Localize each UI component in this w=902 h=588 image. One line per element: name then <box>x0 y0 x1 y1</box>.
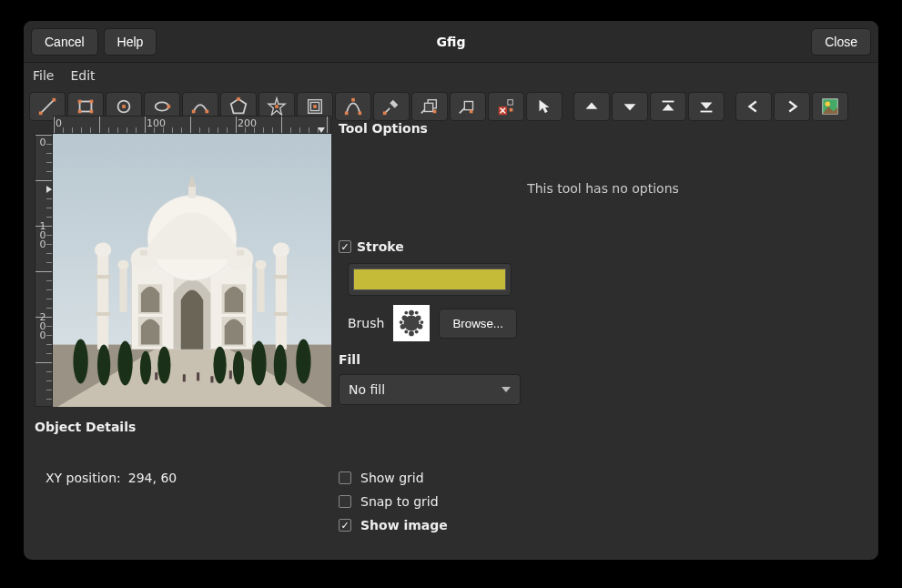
close-button[interactable]: Close <box>811 28 871 56</box>
help-button[interactable]: Help <box>104 28 157 56</box>
svg-rect-24 <box>383 112 387 116</box>
svg-point-88 <box>410 331 415 337</box>
chevron-down-icon <box>502 387 511 392</box>
svg-point-56 <box>95 242 111 257</box>
svg-rect-11 <box>167 105 171 108</box>
svg-rect-15 <box>237 97 240 101</box>
xy-label: XY position: <box>46 471 121 485</box>
svg-rect-28 <box>464 102 472 110</box>
svg-rect-34 <box>701 111 713 113</box>
svg-rect-2 <box>53 98 56 102</box>
ruler-vertical: 01 0 02 0 0 <box>35 134 53 407</box>
svg-point-72 <box>213 347 226 384</box>
svg-point-93 <box>405 311 409 315</box>
svg-marker-14 <box>231 99 247 114</box>
svg-point-64 <box>117 260 128 269</box>
show-grid-label: Show grid <box>360 471 424 485</box>
content-area: 0100200 01 0 02 0 0 <box>24 116 878 560</box>
svg-point-10 <box>156 102 169 110</box>
xy-value: 294, 60 <box>128 471 177 485</box>
svg-point-74 <box>251 341 266 386</box>
svg-point-84 <box>416 315 421 320</box>
snap-grid-label: Snap to grid <box>360 494 439 509</box>
svg-rect-1 <box>39 112 43 116</box>
brush-preview[interactable] <box>393 305 430 341</box>
svg-rect-17 <box>275 105 279 108</box>
svg-point-76 <box>296 339 310 383</box>
show-image-label: Show image <box>360 518 448 532</box>
svg-point-85 <box>400 324 406 329</box>
stroke-label: Stroke <box>357 239 404 254</box>
svg-rect-57 <box>96 275 110 279</box>
svg-rect-7 <box>90 110 94 114</box>
svg-rect-62 <box>274 312 289 316</box>
svg-rect-79 <box>210 376 213 382</box>
svg-point-69 <box>117 341 132 386</box>
stroke-color-button[interactable] <box>348 263 512 296</box>
svg-point-70 <box>140 351 151 385</box>
svg-point-71 <box>157 347 170 384</box>
svg-rect-32 <box>510 108 513 112</box>
window-title: Gfig <box>437 35 466 49</box>
svg-point-68 <box>97 345 110 386</box>
svg-point-66 <box>255 260 266 269</box>
svg-rect-59 <box>276 252 287 350</box>
svg-rect-27 <box>433 110 437 114</box>
svg-rect-29 <box>470 110 473 114</box>
svg-rect-31 <box>508 100 513 106</box>
left-panel: 0100200 01 0 02 0 0 <box>24 116 331 560</box>
browse-button[interactable]: Browse... <box>439 309 517 339</box>
svg-rect-63 <box>119 266 127 312</box>
svg-rect-26 <box>425 103 433 111</box>
svg-rect-6 <box>78 110 82 114</box>
svg-rect-54 <box>237 250 244 256</box>
gfig-window: Cancel Help Gfig Close File Edit <box>23 20 879 561</box>
svg-rect-12 <box>192 110 196 114</box>
right-panel: Tool Options This tool has no options St… <box>331 116 878 560</box>
canvas[interactable] <box>53 134 331 407</box>
ruler-horizontal: 0100200 <box>53 116 331 134</box>
svg-point-83 <box>402 315 408 320</box>
svg-point-75 <box>274 345 287 386</box>
menubar: File Edit <box>24 63 878 88</box>
svg-point-60 <box>273 242 289 257</box>
svg-point-90 <box>421 320 424 324</box>
tool-no-options: This tool has no options <box>339 141 867 232</box>
svg-rect-20 <box>313 105 317 108</box>
menu-file[interactable]: File <box>33 68 54 83</box>
snap-grid-checkbox[interactable] <box>339 495 351 508</box>
svg-rect-65 <box>257 266 264 312</box>
svg-point-73 <box>233 351 244 385</box>
titlebar: Cancel Help Gfig Close <box>24 21 878 63</box>
cancel-button[interactable]: Cancel <box>31 28 98 56</box>
svg-rect-23 <box>351 98 355 102</box>
fill-select[interactable]: No fill <box>339 374 521 405</box>
svg-rect-80 <box>229 370 232 379</box>
svg-point-87 <box>410 310 415 316</box>
svg-point-86 <box>418 324 423 329</box>
svg-rect-3 <box>80 102 92 112</box>
svg-rect-52 <box>140 250 147 256</box>
show-grid-checkbox[interactable] <box>339 471 351 484</box>
svg-rect-81 <box>155 372 157 380</box>
svg-rect-5 <box>90 100 94 104</box>
svg-rect-58 <box>96 312 110 316</box>
svg-point-89 <box>400 320 403 324</box>
svg-rect-9 <box>122 105 126 108</box>
svg-point-36 <box>826 102 831 107</box>
fill-label: Fill <box>339 352 360 367</box>
svg-rect-4 <box>78 100 82 104</box>
svg-rect-13 <box>206 110 209 114</box>
svg-rect-49 <box>188 185 196 198</box>
show-image-checkbox[interactable] <box>339 519 351 532</box>
svg-rect-61 <box>274 275 289 279</box>
svg-point-92 <box>415 330 419 334</box>
svg-point-91 <box>405 330 409 334</box>
menu-edit[interactable]: Edit <box>70 68 95 83</box>
brush-label: Brush <box>348 316 384 330</box>
canvas-wrap: 0100200 01 0 02 0 0 <box>35 116 331 407</box>
fill-value: No fill <box>349 382 385 397</box>
stroke-checkbox[interactable] <box>339 240 351 253</box>
svg-rect-77 <box>183 374 186 381</box>
svg-rect-33 <box>663 101 674 103</box>
